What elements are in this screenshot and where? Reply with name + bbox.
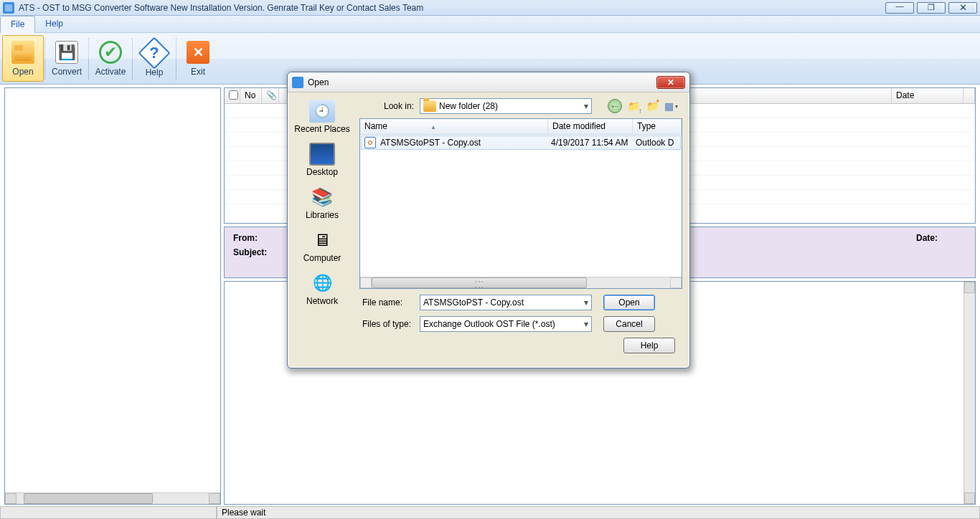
chevron-down-icon: ▾ xyxy=(584,297,588,308)
file-name: ATSMSGtoPST - Copy.ost xyxy=(379,138,550,148)
separator xyxy=(176,37,176,80)
vertical-scrollbar[interactable] xyxy=(963,282,975,504)
scroll-thumb[interactable] xyxy=(372,277,587,288)
open-button[interactable]: Open xyxy=(2,35,44,82)
from-label: From: xyxy=(233,233,283,243)
filetype-select[interactable]: Exchange Outlook OST File (*.ost) ▾ xyxy=(420,316,592,332)
scroll-down-arrow[interactable] xyxy=(964,492,975,504)
file-list[interactable]: Name Date modified Type ATSMSGtoPST - Co… xyxy=(359,118,682,289)
subject-label: Subject: xyxy=(233,247,283,257)
column-date-modified[interactable]: Date modified xyxy=(548,119,633,134)
separator xyxy=(88,37,89,80)
convert-button[interactable]: Convert xyxy=(46,35,88,82)
menu-help[interactable]: Help xyxy=(35,16,73,32)
scroll-right-arrow[interactable] xyxy=(670,277,682,288)
horizontal-scrollbar[interactable] xyxy=(5,492,220,504)
help-label: Help xyxy=(146,67,164,77)
minimize-button[interactable]: — xyxy=(885,2,914,14)
filename-label: File name: xyxy=(359,297,420,308)
activate-label: Activate xyxy=(95,67,126,77)
file-type: Outlook D xyxy=(634,138,675,148)
menu-file[interactable]: File xyxy=(0,16,35,33)
separator xyxy=(132,37,133,80)
dialog-close-button[interactable]: ✕ xyxy=(656,76,685,89)
chevron-down-icon: ▾ xyxy=(675,103,678,110)
activate-button[interactable]: Activate xyxy=(90,35,131,82)
file-area: Look in: New folder (28) ▾ ▾ Name Date m… xyxy=(357,92,689,368)
column-type[interactable]: Type xyxy=(633,119,682,134)
dialog-help-button[interactable]: Help xyxy=(623,338,675,353)
scroll-left-arrow[interactable] xyxy=(5,493,17,504)
open-file-dialog: Open ✕ Recent Places Desktop Libraries C… xyxy=(287,72,690,368)
place-computer-label: Computer xyxy=(303,253,341,263)
filename-input[interactable]: ATSMSGtoPST - Copy.ost ▾ xyxy=(420,295,592,310)
place-computer[interactable]: Computer xyxy=(288,226,357,269)
ost-file-icon xyxy=(364,137,376,148)
column-checkbox[interactable] xyxy=(225,88,240,103)
desktop-icon xyxy=(309,143,335,166)
place-recent[interactable]: Recent Places xyxy=(288,97,357,140)
open-folder-icon xyxy=(11,41,34,64)
separator xyxy=(44,37,45,80)
exit-button[interactable]: Exit xyxy=(177,35,219,82)
dialog-title: Open xyxy=(308,77,329,87)
nav-view-menu-button[interactable]: ▾ xyxy=(664,99,678,113)
status-message: Please wait xyxy=(217,507,980,519)
chevron-down-icon: ▾ xyxy=(584,319,588,329)
column-date[interactable]: Date xyxy=(892,88,963,103)
place-libraries[interactable]: Libraries xyxy=(288,183,357,226)
place-network-label: Network xyxy=(306,296,338,306)
column-attachment[interactable]: 📎 xyxy=(262,88,279,103)
check-circle-icon xyxy=(99,41,122,64)
computer-icon xyxy=(309,229,335,252)
disk-icon xyxy=(55,41,78,64)
scroll-track[interactable] xyxy=(372,277,670,288)
filetype-value: Exchange Outlook OST File (*.ost) xyxy=(423,319,555,329)
question-diamond-icon xyxy=(138,37,170,69)
folder-icon xyxy=(423,100,436,112)
dialog-open-button[interactable]: Open xyxy=(603,295,655,310)
dialog-cancel-button[interactable]: Cancel xyxy=(603,316,655,332)
file-list-scrollbar[interactable] xyxy=(360,277,682,288)
scroll-right-arrow[interactable] xyxy=(209,493,220,504)
file-list-header: Name Date modified Type xyxy=(360,119,682,135)
status-segment-left xyxy=(0,507,217,519)
file-row[interactable]: ATSMSGtoPST - Copy.ost 4/19/2017 11:54 A… xyxy=(361,135,681,150)
help-button[interactable]: Help xyxy=(133,35,175,82)
place-recent-label: Recent Places xyxy=(294,124,349,134)
maximize-button[interactable]: ❐ xyxy=(917,2,946,14)
lookin-value: New folder (28) xyxy=(439,101,498,111)
exit-label: Exit xyxy=(191,67,205,77)
date-label: Date: xyxy=(916,233,938,243)
scroll-thumb[interactable] xyxy=(24,493,153,504)
place-network[interactable]: Network xyxy=(288,269,357,312)
scroll-left-arrow[interactable] xyxy=(360,277,372,288)
column-no[interactable]: No xyxy=(240,88,262,103)
column-tail xyxy=(963,88,975,103)
window-titlebar: ATS - OST to MSG Converter Software New … xyxy=(0,0,980,16)
nav-new-folder-button[interactable] xyxy=(645,99,659,113)
lookin-label: Look in: xyxy=(359,101,420,111)
place-desktop[interactable]: Desktop xyxy=(288,140,357,183)
libraries-icon xyxy=(309,186,335,209)
file-date: 4/19/2017 11:54 AM xyxy=(550,138,634,148)
lookin-combo[interactable]: New folder (28) ▾ xyxy=(420,98,592,114)
filename-value: ATSMSGtoPST - Copy.ost xyxy=(423,297,524,308)
open-label: Open xyxy=(12,67,33,77)
convert-label: Convert xyxy=(52,67,82,77)
app-icon xyxy=(3,2,14,14)
nav-up-button[interactable] xyxy=(626,99,641,113)
network-icon xyxy=(309,272,335,295)
close-button[interactable]: ✕ xyxy=(948,2,977,14)
place-desktop-label: Desktop xyxy=(306,167,338,177)
status-bar: Please wait xyxy=(0,506,980,519)
column-name[interactable]: Name xyxy=(360,119,548,134)
dialog-titlebar[interactable]: Open ✕ xyxy=(288,72,689,92)
exit-x-icon xyxy=(187,41,209,64)
window-title: ATS - OST to MSG Converter Software New … xyxy=(19,3,423,13)
select-all-checkbox[interactable] xyxy=(229,90,238,100)
menu-bar: File Help xyxy=(0,16,980,33)
tree-pane[interactable] xyxy=(4,87,221,505)
nav-back-button[interactable] xyxy=(608,99,622,113)
scroll-up-arrow[interactable] xyxy=(964,282,975,293)
